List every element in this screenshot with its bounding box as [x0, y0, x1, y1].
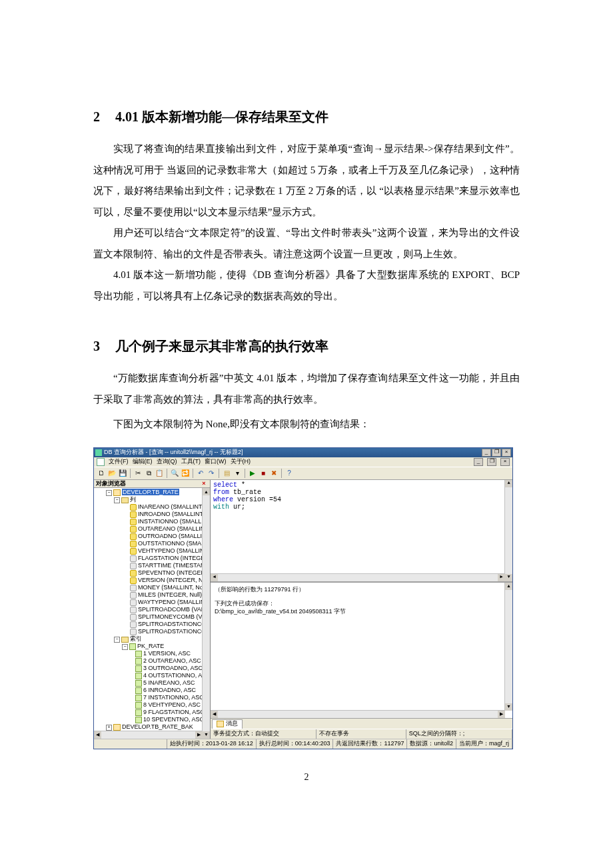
save-icon[interactable]: 💾 — [118, 469, 127, 478]
menu-tools[interactable]: 工具(T) — [181, 459, 201, 465]
tree-index-col[interactable]: 3 OUTROADNO, ASC — [95, 665, 210, 672]
scroll-left-icon[interactable]: ◀ — [94, 731, 101, 739]
help-icon[interactable]: ? — [285, 469, 294, 478]
tree-index-col[interactable]: 8 VEHTYPENO, ASC — [95, 701, 210, 709]
menu-query[interactable]: 查询(Q) — [157, 459, 177, 465]
tree-column[interactable]: STARTTIME (TIMESTAMP, N — [95, 562, 210, 569]
redo-icon[interactable]: ↷ — [207, 469, 216, 478]
tree-index-col[interactable]: 10 SPEVENTNO, ASC — [95, 716, 210, 723]
menu-file[interactable]: 文件(F) — [109, 459, 129, 465]
tab-messages[interactable]: 消息 — [212, 719, 243, 729]
tree-index-col[interactable]: 7 INSTATIONNO, ASC — [95, 694, 210, 701]
tree-index-col[interactable]: 2 OUTAREANO, ASC — [95, 657, 210, 665]
scroll-down-icon[interactable]: ▼ — [505, 703, 512, 711]
tree-root-table[interactable]: DEVELOP.TB_RATE — [122, 489, 179, 495]
tree-column-label: MONEY (SMALLINT, Not Nu — [138, 584, 210, 591]
copy-icon[interactable]: ⧉ — [144, 469, 153, 478]
expand-icon[interactable]: + — [106, 725, 112, 731]
find-icon[interactable]: 🔍 — [170, 469, 179, 478]
tree-index-group[interactable]: 索引 — [130, 635, 142, 642]
tree-pk[interactable]: PK_RATE — [137, 643, 164, 649]
tree-column[interactable]: VERSION (INTEGER, Not N — [95, 577, 210, 584]
status-start-time: 始执行时间：2013-01-28 16:12 — [167, 739, 257, 749]
sql-kw-where: where — [213, 496, 233, 503]
tree-column[interactable]: OUTSTATIONNO (SMALLINT, — [95, 540, 210, 547]
tree-scrollbar-vertical[interactable]: ▲ ▼ — [202, 488, 210, 738]
scroll-down-icon[interactable]: ▼ — [505, 574, 512, 581]
index-col-icon — [135, 709, 142, 716]
tree-column[interactable]: SPLITMONEYCOMB (VARCHAR — [95, 613, 210, 621]
tree-index-col[interactable]: 6 INROADNO, ASC — [95, 687, 210, 694]
scroll-down-icon[interactable]: ▼ — [203, 731, 210, 739]
tree-column-label: VEHTYPENO (SMALLINT, No — [138, 547, 210, 554]
run-icon[interactable]: ▶ — [248, 469, 257, 478]
open-icon[interactable]: 📂 — [107, 469, 117, 478]
tree-column[interactable]: SPLITROADCOMB (VARCHAR — [95, 606, 210, 613]
tree-column[interactable]: MILES (INTEGER, Null) — [95, 591, 210, 599]
tree-column[interactable]: INROADNO (SMALLINT, Not — [95, 511, 210, 518]
scroll-right-icon[interactable]: ▶ — [498, 574, 505, 581]
mdi-close-button[interactable]: × — [500, 458, 510, 466]
menu-about[interactable]: 关于(H) — [231, 459, 251, 465]
scroll-right-icon[interactable]: ▶ — [195, 731, 203, 739]
mdi-restore-button[interactable]: ❐ — [487, 458, 496, 466]
mdi-minimize-button[interactable]: _ — [474, 458, 483, 466]
tree-column-label: INAREANO (SMALLINT, Not — [138, 503, 210, 510]
scroll-left-icon[interactable]: ◀ — [211, 711, 218, 718]
close-button[interactable]: × — [502, 449, 511, 457]
tree-column[interactable]: SPLITROADSTATIONCOMB — [95, 621, 210, 628]
tree-view[interactable]: −DEVELOP.TB_RATE −列 INAREANO (SMALLINT, … — [94, 488, 210, 738]
cancel-icon[interactable]: ✖ — [269, 469, 279, 478]
tree-column[interactable]: SPEVENTNO (INTEGER, Not — [95, 569, 210, 577]
scroll-left-icon[interactable]: ◀ — [211, 574, 218, 581]
stop-icon[interactable]: ■ — [259, 469, 268, 478]
tree-columns-group[interactable]: 列 — [130, 496, 136, 503]
restore-button[interactable]: ❐ — [492, 449, 501, 457]
tree-column[interactable]: WAYTYPENO (SMALLINT, No — [95, 599, 210, 606]
object-browser-close-icon[interactable]: × — [200, 481, 208, 487]
cut-icon[interactable]: ✂ — [133, 469, 143, 478]
tree-scrollbar-horizontal[interactable]: ◀ ▶ — [94, 731, 203, 739]
tree-column[interactable]: MONEY (SMALLINT, Not Nu — [95, 584, 210, 591]
tree-column[interactable]: OUTROADNO (SMALLINT, N — [95, 533, 210, 540]
sql-text: ur; — [229, 503, 245, 511]
tree-column-label: STARTTIME (TIMESTAMP, N — [138, 562, 210, 569]
dropdown-icon[interactable]: ▾ — [233, 469, 242, 478]
tree-column[interactable]: OUTAREANO (SMALLINT, N — [95, 525, 210, 533]
scroll-up-icon[interactable]: ▲ — [203, 488, 210, 495]
undo-icon[interactable]: ↶ — [196, 469, 205, 478]
tree-column[interactable]: FLAGSTATION (INTEGER, N — [95, 555, 210, 562]
editor-scrollbar-horizontal[interactable]: ◀ ▶ — [211, 573, 505, 581]
tree-column[interactable]: INAREANO (SMALLINT, Not — [95, 503, 210, 511]
tree-index-col[interactable]: 9 FLAGSTATION, ASC — [95, 709, 210, 716]
new-icon[interactable]: 🗋 — [97, 469, 106, 478]
message-scrollbar-vertical[interactable]: ▲ ▼ — [504, 583, 512, 711]
database-icon[interactable]: ▤ — [222, 469, 231, 478]
tree-column[interactable]: VEHTYPENO (SMALLINT, No — [95, 547, 210, 555]
menu-window[interactable]: 窗口(W) — [205, 459, 227, 465]
tree-column[interactable]: INSTATIONNO (SMALLINT, — [95, 518, 210, 525]
table-icon — [113, 489, 121, 496]
heading-3-num: 3 — [93, 336, 112, 356]
scroll-up-icon[interactable]: ▲ — [505, 583, 512, 590]
message-scrollbar-horizontal[interactable]: ◀ ▶ — [211, 710, 505, 718]
tree-index-col[interactable]: 5 INAREANO, ASC — [95, 679, 210, 687]
status-elapsed: 执行总时间：00:14:40:203 — [257, 739, 334, 749]
editor-scrollbar-vertical[interactable]: ▲ ▼ — [504, 480, 512, 581]
tree-index-col[interactable]: 1 VERSION, ASC — [95, 650, 210, 657]
column-icon — [130, 555, 137, 562]
scroll-right-icon[interactable]: ▶ — [498, 711, 505, 718]
replace-icon[interactable]: 🔁 — [181, 469, 190, 478]
tree-column-label: OUTSTATIONNO (SMALLINT, — [138, 540, 210, 547]
scroll-up-icon[interactable]: ▲ — [505, 480, 512, 487]
minimize-button[interactable]: _ — [482, 449, 491, 457]
paste-icon[interactable]: 📋 — [155, 469, 164, 478]
tree-index-col[interactable]: 4 OUTSTATIONNO, ASC — [95, 672, 210, 679]
menu-edit[interactable]: 编辑(E) — [133, 459, 153, 465]
sql-editor[interactable]: select * from tb_rate where version =54 … — [211, 480, 512, 583]
tree-index-col-label: 7 INSTATIONNO, ASC — [143, 694, 204, 701]
tree-column[interactable]: SPLITROADSTATIONCOMB — [95, 628, 210, 635]
result-tab-strip: 消息 — [211, 718, 512, 729]
statusbar-lower: 始执行时间：2013-01-28 16:12 执行总时间：00:14:40:20… — [94, 739, 512, 749]
column-icon — [130, 541, 137, 547]
